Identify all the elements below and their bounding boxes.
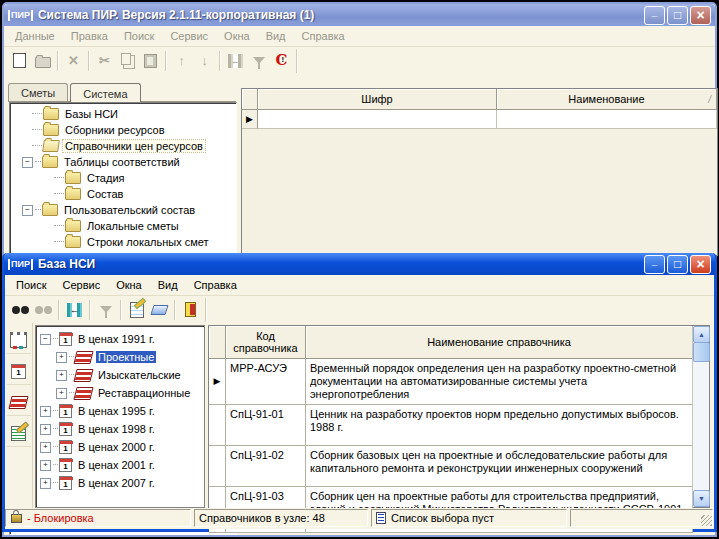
move-up-button[interactable]: ↑ xyxy=(170,50,193,72)
child-table[interactable]: Код справочника Наименование справочника… xyxy=(208,325,710,508)
menu-servis[interactable]: Сервис xyxy=(54,277,108,293)
tree-item[interactable]: Базы НСИ xyxy=(10,106,236,122)
menu-poisk[interactable]: Поиск xyxy=(116,28,162,44)
status-empty-panel xyxy=(570,509,713,527)
paste-button[interactable] xyxy=(139,50,162,72)
notepad-edit-button[interactable] xyxy=(125,299,148,321)
exit-button[interactable] xyxy=(179,299,202,321)
resize-grip[interactable] xyxy=(701,515,712,526)
tree-item[interactable]: Стадия xyxy=(10,170,236,186)
expand-icon[interactable] xyxy=(40,478,51,489)
menu-okna[interactable]: Окна xyxy=(216,28,258,44)
catalogs-side-button[interactable] xyxy=(7,389,31,416)
menu-poisk[interactable]: Поиск xyxy=(8,277,54,293)
open-button[interactable] xyxy=(31,50,54,72)
tree-item[interactable]: В ценах 1998 г. xyxy=(36,420,204,438)
main-titlebar[interactable]: ПИР Система ПИР. Версия 2.1.11-корпорати… xyxy=(4,4,715,26)
tab-smety[interactable]: Сметы xyxy=(8,83,68,101)
menu-spravka[interactable]: Справка xyxy=(186,277,245,293)
expand-icon[interactable] xyxy=(56,352,67,363)
tree-item[interactable]: Строки локальных смет xyxy=(10,234,236,250)
eraser-button[interactable] xyxy=(148,299,171,321)
tree-item[interactable]: В ценах 2000 г. xyxy=(36,438,204,456)
menu-pravka[interactable]: Правка xyxy=(63,28,116,44)
column-header-name[interactable]: Наименование справочника xyxy=(306,326,693,359)
code-cell[interactable]: МРР-АСУЭ xyxy=(226,359,306,405)
expand-icon[interactable] xyxy=(40,424,51,435)
scroll-up-icon[interactable]: ▲ xyxy=(693,326,710,343)
minimize-button[interactable] xyxy=(644,255,665,274)
copy-button[interactable] xyxy=(116,50,139,72)
tree-item[interactable]: Таблицы соответствий xyxy=(10,154,236,170)
expand-icon[interactable] xyxy=(40,460,51,471)
row-selector[interactable] xyxy=(209,446,226,487)
menu-spravka[interactable]: Справка xyxy=(294,28,353,44)
child-titlebar[interactable]: ПИР База НСИ xyxy=(4,253,715,275)
main-grid[interactable]: Шифр Наименование/ xyxy=(241,88,718,256)
filter-button[interactable] xyxy=(247,50,270,72)
currency-recalc-button[interactable]: C xyxy=(270,50,293,72)
tree-item[interactable]: Реставрационные xyxy=(36,384,204,402)
vertical-scrollbar[interactable]: ▲ ▼ xyxy=(692,326,709,507)
tree-item[interactable]: Локальные сметы xyxy=(10,218,236,234)
filter-button[interactable] xyxy=(94,299,117,321)
calendar-side-button[interactable] xyxy=(7,358,31,385)
delete-button[interactable]: ✕ xyxy=(62,50,85,72)
tab-sistema[interactable]: Система xyxy=(70,83,140,102)
name-cell[interactable]: Сборник базовых цен на проектные и обсле… xyxy=(306,446,693,487)
collapse-icon[interactable] xyxy=(40,334,51,345)
close-button[interactable] xyxy=(690,6,711,25)
arrow-up-icon: ↑ xyxy=(178,54,185,67)
child-tree[interactable]: В ценах 1991 г. Проектные Изыскательские… xyxy=(35,325,205,508)
tree-item[interactable]: Сборники ресурсов xyxy=(10,122,236,138)
tree-item[interactable]: В ценах 2001 г. xyxy=(36,456,204,474)
name-cell[interactable]: Временный порядок определения цен на раз… xyxy=(306,359,693,405)
minimize-button[interactable] xyxy=(644,6,665,25)
edit-note-side-button[interactable] xyxy=(7,420,31,447)
expand-icon[interactable] xyxy=(56,388,67,399)
expand-icon[interactable] xyxy=(40,442,51,453)
tree-item[interactable]: В ценах 1995 г. xyxy=(36,402,204,420)
menu-vid[interactable]: Вид xyxy=(150,277,186,293)
maximize-button[interactable] xyxy=(667,6,688,25)
grid-cell[interactable] xyxy=(497,110,717,129)
calendar-icon xyxy=(59,422,72,436)
goto-button[interactable]: ← xyxy=(63,299,86,321)
cut-button[interactable]: ✂ xyxy=(93,50,116,72)
menu-servis[interactable]: Сервис xyxy=(162,28,216,44)
expand-icon[interactable] xyxy=(40,406,51,417)
tree-item[interactable]: В ценах 1991 г. xyxy=(36,330,204,348)
scrollbar-thumb[interactable] xyxy=(693,342,710,362)
find-button[interactable] xyxy=(9,299,32,321)
tree-item[interactable]: В ценах 2007 г. xyxy=(36,474,204,492)
new-document-button[interactable] xyxy=(8,50,31,72)
maximize-button[interactable] xyxy=(667,255,688,274)
menu-dannye[interactable]: Данные xyxy=(7,28,63,44)
column-header-naimenovanie[interactable]: Наименование/ xyxy=(497,89,717,110)
collapse-icon[interactable] xyxy=(22,157,33,168)
column-header-code[interactable]: Код справочника xyxy=(226,326,306,359)
find-next-button[interactable] xyxy=(32,299,55,321)
row-selector[interactable] xyxy=(242,110,258,129)
expand-icon[interactable] xyxy=(56,370,67,381)
menu-vid[interactable]: Вид xyxy=(258,28,294,44)
code-cell[interactable]: СпЦ-91-01 xyxy=(226,405,306,446)
tree-item[interactable]: Пользовательский состав xyxy=(10,202,236,218)
grid-cell[interactable] xyxy=(258,110,497,129)
scroll-down-icon[interactable]: ▼ xyxy=(693,490,710,507)
tree-item[interactable]: Состав xyxy=(10,186,236,202)
name-cell[interactable]: Ценник на разработку проектов норм преде… xyxy=(306,405,693,446)
notepad-side-button[interactable] xyxy=(7,327,31,354)
move-down-button[interactable]: ↓ xyxy=(193,50,216,72)
tree-item[interactable]: Проектные xyxy=(36,348,204,366)
tree-item[interactable]: Изыскательские xyxy=(36,366,204,384)
close-button[interactable] xyxy=(690,255,711,274)
menu-okna[interactable]: Окна xyxy=(108,277,150,293)
row-selector[interactable] xyxy=(209,359,226,405)
row-selector[interactable] xyxy=(209,405,226,446)
collapse-icon[interactable] xyxy=(22,205,33,216)
column-header-shifr[interactable]: Шифр xyxy=(258,89,497,110)
code-cell[interactable]: СпЦ-91-02 xyxy=(226,446,306,487)
goto-button[interactable]: ← xyxy=(224,50,247,72)
tree-item[interactable]: Справочники цен ресурсов xyxy=(10,138,236,154)
